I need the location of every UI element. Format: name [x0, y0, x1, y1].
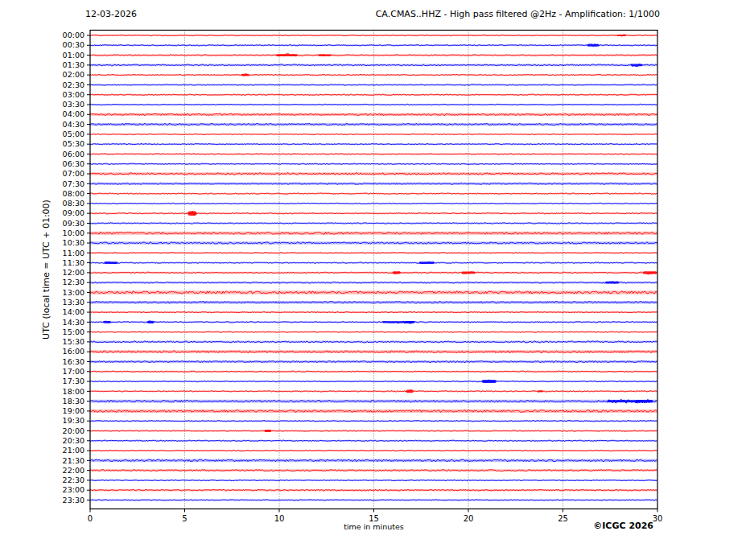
- row-label: 21:30: [63, 456, 84, 465]
- row-label: 04:00: [63, 109, 84, 118]
- row-label: 20:30: [63, 436, 84, 445]
- row-label: 01:30: [63, 60, 84, 69]
- row-label: 11:00: [63, 249, 84, 257]
- row-label: 23:30: [63, 496, 84, 504]
- row-label: 11:30: [63, 258, 84, 267]
- helicorder-plot: 00:0000:3001:0001:3002:0002:3003:0003:30…: [0, 0, 746, 560]
- row-label: 06:30: [63, 159, 84, 168]
- row-label: 09:00: [63, 208, 84, 217]
- x-tick-label: 15: [369, 514, 379, 523]
- row-label: 07:30: [63, 179, 84, 188]
- x-tick-label: 5: [182, 514, 187, 523]
- row-label: 06:00: [63, 150, 84, 159]
- row-label: 02:00: [63, 70, 84, 79]
- x-tick-label: 0: [88, 514, 93, 523]
- row-label: 14:00: [63, 307, 84, 316]
- row-label: 13:30: [63, 298, 84, 307]
- row-label: 03:00: [63, 90, 84, 99]
- row-label: 17:00: [63, 367, 84, 376]
- row-label: 15:30: [63, 337, 84, 346]
- row-label: 20:00: [63, 426, 84, 435]
- copyright-label: ©ICGC 2026: [593, 521, 653, 531]
- row-label: 03:30: [63, 100, 84, 109]
- row-label: 19:00: [63, 406, 84, 415]
- x-axis-label: time in minutes: [90, 522, 657, 531]
- row-label: 04:30: [63, 120, 84, 129]
- row-label: 01:00: [63, 51, 84, 60]
- row-label: 23:00: [63, 485, 84, 494]
- row-label: 22:30: [63, 476, 84, 484]
- row-label: 09:30: [63, 219, 84, 228]
- row-label: 16:00: [63, 347, 84, 356]
- row-label: 21:00: [63, 446, 84, 455]
- row-label: 08:00: [63, 189, 84, 198]
- row-label: 00:30: [63, 40, 84, 49]
- row-label: 14:30: [63, 318, 84, 327]
- row-label: 08:30: [63, 199, 84, 208]
- row-label: 16:30: [63, 357, 84, 366]
- row-label: 10:30: [63, 238, 84, 247]
- row-label: 17:30: [63, 377, 84, 385]
- row-label: 00:00: [63, 31, 84, 39]
- row-label: 13:00: [63, 288, 84, 297]
- row-label: 18:00: [63, 387, 84, 396]
- x-tick-label: 10: [274, 514, 285, 523]
- row-label: 12:30: [63, 278, 84, 286]
- seismogram-page: 12-03-2026 CA.CMAS..HHZ - High pass filt…: [0, 0, 746, 560]
- row-label: 05:00: [63, 130, 84, 138]
- x-tick-label: 20: [464, 514, 474, 523]
- row-label: 05:30: [63, 139, 84, 148]
- row-label: 18:30: [63, 397, 84, 406]
- row-label: 22:00: [63, 466, 84, 475]
- row-label: 12:00: [63, 268, 84, 277]
- trace-row: [90, 253, 657, 253]
- row-label: 07:00: [63, 169, 84, 178]
- row-label: 02:30: [63, 80, 84, 89]
- row-label: 15:00: [63, 327, 84, 336]
- x-tick-label: 30: [653, 514, 663, 523]
- row-label: 10:00: [63, 229, 84, 237]
- x-tick-label: 25: [558, 514, 568, 523]
- row-label: 19:30: [63, 416, 84, 425]
